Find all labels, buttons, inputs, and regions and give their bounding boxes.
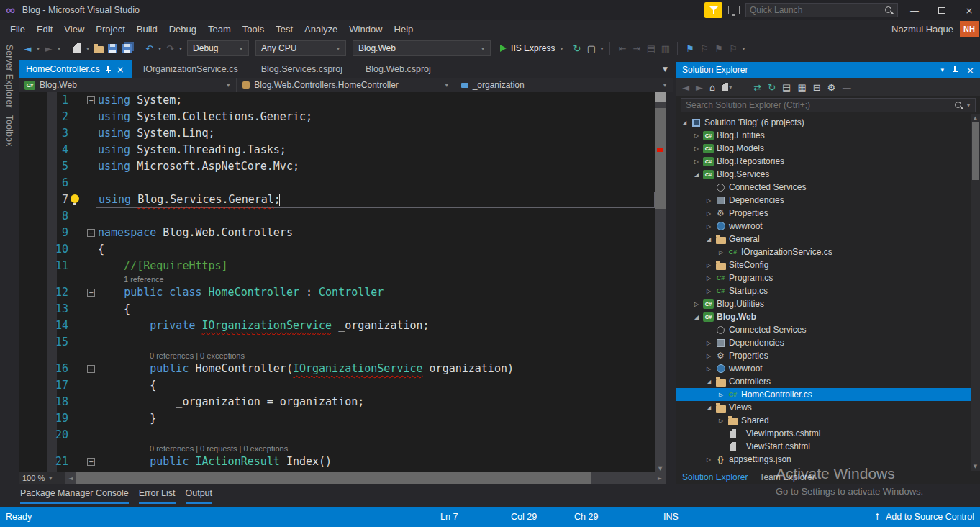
code-text[interactable]: public HomeController(IOrganizationServi… <box>98 361 655 377</box>
code-line-18[interactable]: 18 _organization = organization; <box>19 394 655 410</box>
fold-collapse-icon[interactable]: − <box>87 458 95 466</box>
code-text[interactable]: _organization = organization; <box>98 394 655 410</box>
chevron-collapsed-icon[interactable]: ▷ <box>704 210 714 217</box>
add-to-source-control-button[interactable]: Add to Source Control <box>886 512 974 522</box>
home-icon[interactable]: ⌂ <box>709 82 715 93</box>
scroll-down-arrow-icon[interactable]: ▼ <box>971 464 980 469</box>
code-line-20[interactable]: 20 <box>19 427 655 443</box>
navigate-forward-caret-icon[interactable]: ▾ <box>58 45 60 52</box>
code-line-8[interactable]: 8 <box>19 208 655 225</box>
tree-item-program-cs[interactable]: ▷C#Program.cs <box>676 271 980 284</box>
tree-item-properties[interactable]: ▷⚙Properties <box>676 349 980 362</box>
tree-item-dependencies[interactable]: ▷Dependencies <box>676 194 980 207</box>
solution-configuration-dropdown[interactable]: Debug▾ <box>187 40 249 56</box>
tree-item-general[interactable]: ◢General <box>676 233 980 246</box>
maximize-button[interactable] <box>931 1 953 19</box>
navigate-back-icon[interactable]: ◄ <box>22 40 34 56</box>
run-target-caret-icon[interactable]: ▾ <box>560 45 563 52</box>
send-feedback-icon[interactable] <box>728 6 740 14</box>
code-line-17[interactable]: 17 { <box>19 377 655 394</box>
panel-tab-output[interactable]: Output <box>186 488 213 504</box>
menu-item-file[interactable]: File <box>4 22 31 37</box>
uncomment-lines-icon[interactable]: ▥ <box>659 40 671 56</box>
tool-window-tab-team-explorer[interactable]: Team Explorer <box>759 472 815 482</box>
tree-item-connected-services[interactable]: Connected Services <box>676 181 980 194</box>
startup-project-dropdown[interactable]: Blog.Web▾ <box>353 40 491 56</box>
navigate-back-caret-icon[interactable]: ▾ <box>37 45 40 52</box>
code-text[interactable] <box>98 208 655 225</box>
close-button[interactable]: × <box>958 1 980 19</box>
tree-scrollbar[interactable]: ▲ ▼ <box>971 114 980 471</box>
chevron-collapsed-icon[interactable]: ▷ <box>691 132 702 139</box>
browser-link-icon[interactable]: ▢ <box>585 40 597 56</box>
scroll-right-arrow-icon[interactable]: ► <box>654 472 666 484</box>
tree-item-appsettings-json[interactable]: ▷{}appsettings.json <box>676 453 980 466</box>
code-text[interactable]: using Microsoft.AspNetCore.Mvc; <box>98 158 655 175</box>
code-line-13[interactable]: 13 { <box>19 301 655 317</box>
show-all-files-icon[interactable]: ▦ <box>797 82 806 93</box>
chevron-expanded-icon[interactable]: ◢ <box>691 171 702 178</box>
feedback-icon[interactable] <box>704 2 722 18</box>
tree-item-startup-cs[interactable]: ▷C#Startup.cs <box>676 284 980 297</box>
minimize-button[interactable]: — <box>904 1 925 19</box>
redo-caret-icon[interactable]: ▾ <box>179 45 182 52</box>
tree-forward-icon[interactable]: ► <box>696 82 703 93</box>
menu-item-project[interactable]: Project <box>90 22 130 37</box>
save-icon[interactable] <box>106 40 119 56</box>
fold-collapse-icon[interactable]: − <box>87 365 95 373</box>
chevron-collapsed-icon[interactable]: ▷ <box>704 223 714 230</box>
tree-item-blog-entities[interactable]: ▷C#Blog.Entities <box>676 129 980 142</box>
menu-item-build[interactable]: Build <box>131 22 163 37</box>
bookmarks-caret-icon[interactable]: ▾ <box>742 45 745 52</box>
refresh-icon[interactable]: ↻ <box>571 40 583 56</box>
scrollbar-thumb[interactable] <box>655 108 666 209</box>
menu-item-tools[interactable]: Tools <box>237 22 270 37</box>
chevron-collapsed-icon[interactable]: ▷ <box>704 288 714 294</box>
scroll-up-arrow-icon[interactable]: ▲ <box>971 115 980 121</box>
code-editor[interactable]: 1−using System;2using System.Collections… <box>19 92 666 472</box>
collapse-all-icon[interactable]: ⊟ <box>813 82 821 93</box>
clear-bookmarks-icon[interactable]: ⚐ <box>727 40 739 56</box>
code-line-10[interactable]: 10{ <box>19 241 655 258</box>
chevron-collapsed-icon[interactable]: ▷ <box>716 392 726 398</box>
doc-tab-blog-services-csproj[interactable]: Blog.Services.csproj <box>250 60 354 78</box>
zoom-control[interactable]: 100 % ▾ <box>19 472 65 484</box>
save-all-icon[interactable] <box>121 40 133 56</box>
tree-item-shared[interactable]: ▷Shared <box>676 414 980 427</box>
chevron-expanded-icon[interactable]: ◢ <box>691 314 702 320</box>
menu-item-team[interactable]: Team <box>202 22 237 37</box>
search-icon[interactable] <box>954 101 963 110</box>
tree-item-solution-blog-6-projects[interactable]: ◢Solution 'Blog' (6 projects) <box>676 116 980 129</box>
codelens-indicator[interactable]: 0 references | 0 exceptions <box>19 351 655 361</box>
scroll-left-arrow-icon[interactable]: ◄ <box>65 472 76 484</box>
editor-vertical-scrollbar[interactable]: ▼ <box>655 92 666 472</box>
quick-launch-input[interactable] <box>750 5 881 15</box>
code-line-19[interactable]: 19 } <box>19 410 655 427</box>
side-tab-toolbox[interactable]: Toolbox <box>4 115 14 146</box>
open-file-icon[interactable] <box>92 40 104 56</box>
tree-item-blog-services[interactable]: ◢C#Blog.Services <box>676 168 980 181</box>
menu-item-help[interactable]: Help <box>389 22 419 37</box>
editor-split-handle[interactable] <box>655 92 666 102</box>
fold-collapse-icon[interactable]: − <box>87 229 95 237</box>
close-icon[interactable]: × <box>966 65 974 76</box>
horizontal-scroll-track[interactable] <box>76 472 654 484</box>
solution-platform-dropdown[interactable]: Any CPU▾ <box>255 40 346 56</box>
fold-collapse-icon[interactable]: − <box>87 289 95 297</box>
avatar[interactable]: NH <box>960 21 979 37</box>
chevron-expanded-icon[interactable]: ◢ <box>704 236 714 243</box>
chevron-collapsed-icon[interactable]: ▷ <box>691 145 702 152</box>
preview-selected-items-icon[interactable]: — <box>842 82 851 93</box>
chevron-collapsed-icon[interactable]: ▷ <box>691 301 702 307</box>
code-text[interactable]: public IActionResult Index() <box>98 454 655 470</box>
search-options-caret-icon[interactable]: ▾ <box>967 102 970 109</box>
new-file-icon[interactable] <box>71 40 83 56</box>
code-line-4[interactable]: 4using System.Threading.Tasks; <box>19 142 655 158</box>
tree-item-blog-repositories[interactable]: ▷C#Blog.Repositories <box>676 155 980 168</box>
chevron-expanded-icon[interactable]: ◢ <box>704 379 714 385</box>
code-text[interactable]: { <box>98 241 655 258</box>
tree-item-viewstart-cshtml[interactable]: _ViewStart.cshtml <box>676 440 980 453</box>
tree-item-wwwroot[interactable]: ▷wwwroot <box>676 362 980 375</box>
code-text[interactable]: namespace Blog.Web.Controllers <box>98 225 655 241</box>
code-line-12[interactable]: 12− public class HomeController : Contro… <box>19 284 655 301</box>
